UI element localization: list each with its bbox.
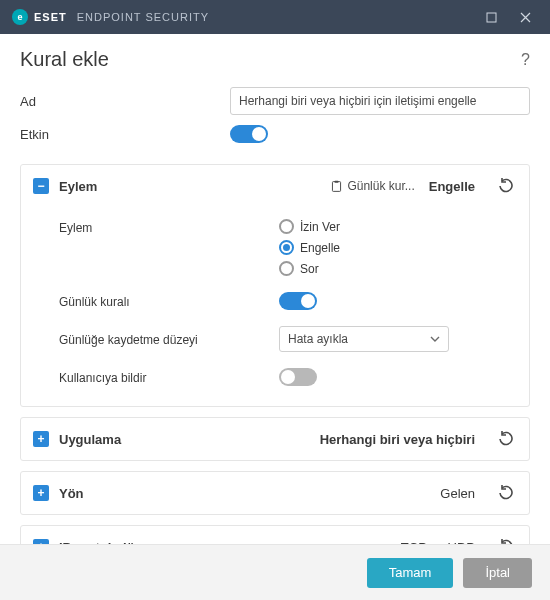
expand-icon: + (33, 431, 49, 447)
section-protocol-title: IP protokolü (59, 540, 391, 545)
cancel-button[interactable]: İptal (463, 558, 532, 588)
svg-rect-0 (487, 13, 496, 22)
collapse-icon: − (33, 178, 49, 194)
svg-rect-1 (333, 181, 341, 191)
brand-icon: e (12, 9, 28, 25)
name-label: Ad (20, 94, 230, 109)
radio-icon (279, 219, 294, 234)
enabled-label: Etkin (20, 127, 230, 142)
brand: e ESET ENDPOINT SECURITY (12, 9, 209, 25)
section-protocol-header[interactable]: + IP protokolü TCP ve UDP (21, 526, 529, 544)
undo-icon (498, 485, 514, 501)
footer: Tamam İptal (0, 544, 550, 600)
page-title: Kural ekle (20, 48, 109, 71)
ok-button[interactable]: Tamam (367, 558, 454, 588)
notify-toggle[interactable] (279, 368, 317, 386)
chevron-down-icon (430, 334, 440, 344)
radio-allow-label: İzin Ver (300, 220, 340, 234)
undo-icon (498, 431, 514, 447)
radio-ask-label: Sor (300, 262, 319, 276)
radio-block-label: Engelle (300, 241, 340, 255)
section-protocol-reset-button[interactable] (495, 536, 517, 544)
maximize-icon (486, 12, 497, 23)
titlebar: e ESET ENDPOINT SECURITY (0, 0, 550, 34)
log-level-label: Günlüğe kaydetme düzeyi (59, 331, 279, 347)
clipboard-icon (330, 180, 343, 193)
section-direction-title: Yön (59, 486, 430, 501)
log-rule-toggle[interactable] (279, 292, 317, 310)
section-app-value: Herhangi biri veya hiçbiri (320, 432, 475, 447)
brand-product: ENDPOINT SECURITY (77, 11, 209, 23)
section-action-header[interactable]: − Eylem Günlük kur... Engelle (21, 165, 529, 207)
name-input[interactable] (230, 87, 530, 115)
section-action-title: Eylem (59, 179, 320, 194)
section-app-title: Uygulama (59, 432, 310, 447)
radio-block[interactable]: Engelle (279, 240, 517, 255)
log-rule-badge: Günlük kur... (330, 179, 414, 193)
section-protocol: + IP protokolü TCP ve UDP (20, 525, 530, 544)
sections-scroll[interactable]: − Eylem Günlük kur... Engelle Eylem (20, 164, 540, 544)
window-close-button[interactable] (508, 0, 542, 34)
section-protocol-value: TCP ve UDP (401, 540, 475, 545)
action-row-label: Eylem (59, 219, 279, 235)
radio-icon (279, 240, 294, 255)
log-level-value: Hata ayıkla (288, 332, 348, 346)
expand-icon: + (33, 485, 49, 501)
section-app-reset-button[interactable] (495, 428, 517, 450)
expand-icon: + (33, 539, 49, 544)
log-rule-badge-text: Günlük kur... (347, 179, 414, 193)
section-direction-header[interactable]: + Yön Gelen (21, 472, 529, 514)
enabled-toggle[interactable] (230, 125, 268, 143)
notify-label: Kullanıcıya bildir (59, 369, 279, 385)
section-direction-reset-button[interactable] (495, 482, 517, 504)
window-maximize-button[interactable] (474, 0, 508, 34)
radio-allow[interactable]: İzin Ver (279, 219, 517, 234)
undo-icon (498, 178, 514, 194)
close-icon (520, 12, 531, 23)
section-action: − Eylem Günlük kur... Engelle Eylem (20, 164, 530, 407)
action-radio-group: İzin Ver Engelle Sor (279, 219, 517, 276)
help-button[interactable]: ? (521, 51, 530, 69)
section-action-reset-button[interactable] (495, 175, 517, 197)
section-direction: + Yön Gelen (20, 471, 530, 515)
log-level-select[interactable]: Hata ayıkla (279, 326, 449, 352)
section-action-value: Engelle (429, 179, 475, 194)
svg-rect-2 (335, 180, 339, 182)
radio-icon (279, 261, 294, 276)
undo-icon (498, 539, 514, 544)
section-direction-value: Gelen (440, 486, 475, 501)
radio-ask[interactable]: Sor (279, 261, 517, 276)
section-app-header[interactable]: + Uygulama Herhangi biri veya hiçbiri (21, 418, 529, 460)
log-rule-label: Günlük kuralı (59, 293, 279, 309)
section-app: + Uygulama Herhangi biri veya hiçbiri (20, 417, 530, 461)
brand-name: ESET (34, 11, 67, 23)
